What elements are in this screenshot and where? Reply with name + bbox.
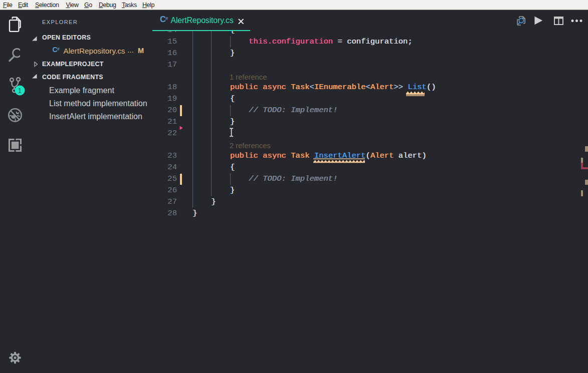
svg-text:1: 1 <box>18 87 22 95</box>
